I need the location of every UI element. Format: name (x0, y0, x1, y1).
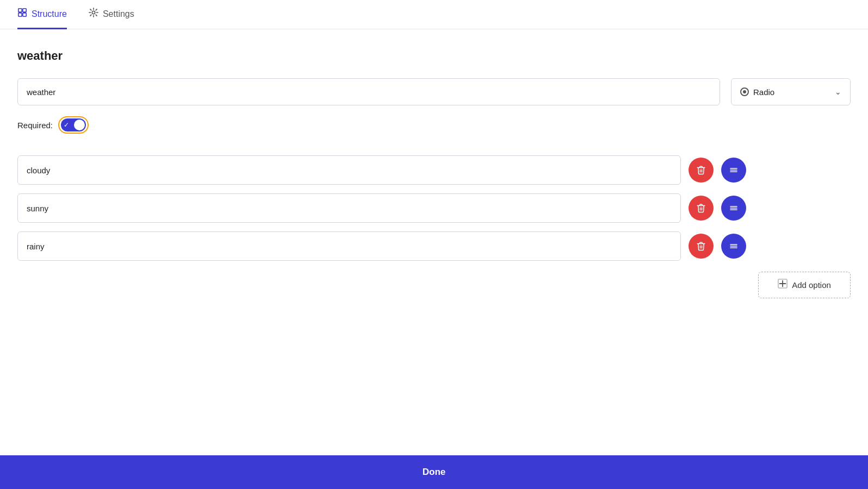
name-type-row: Radio ⌄ (17, 78, 851, 105)
svg-rect-1 (23, 9, 26, 12)
option-row (17, 155, 851, 185)
edit-option-sunny-button[interactable] (721, 196, 746, 221)
option-input-sunny[interactable] (17, 193, 681, 223)
option-row (17, 193, 851, 223)
svg-rect-2 (18, 13, 22, 16)
edit-option-rainy-button[interactable] (721, 234, 746, 259)
svg-rect-0 (18, 9, 22, 12)
plus-icon (778, 279, 788, 291)
required-toggle[interactable]: ✓ (61, 118, 86, 131)
tab-bar: Structure Settings (0, 0, 868, 29)
structure-icon (17, 8, 27, 20)
radio-select-icon (740, 87, 749, 96)
chevron-down-icon: ⌄ (835, 87, 841, 96)
svg-rect-15 (779, 283, 786, 284)
options-list (17, 155, 851, 261)
tab-settings[interactable]: Settings (89, 0, 134, 29)
tab-settings-label: Settings (103, 9, 134, 19)
delete-option-rainy-button[interactable] (689, 234, 714, 259)
add-option-area: Add option (17, 272, 851, 298)
delete-option-sunny-button[interactable] (689, 196, 714, 221)
toggle-knob (74, 120, 85, 130)
required-toggle-wrapper: ✓ (58, 116, 89, 134)
option-input-rainy[interactable] (17, 231, 681, 261)
page-title: weather (17, 49, 851, 63)
tab-structure-label: Structure (32, 9, 67, 19)
done-bar[interactable]: Done (0, 455, 868, 489)
settings-icon (89, 8, 98, 20)
done-button-label: Done (423, 467, 446, 478)
page-content: weather Radio ⌄ Required: ✓ (0, 29, 868, 298)
required-row: Required: ✓ (17, 116, 851, 134)
edit-option-cloudy-button[interactable] (721, 158, 746, 183)
option-row (17, 231, 851, 261)
add-option-button[interactable]: Add option (758, 272, 851, 298)
type-select[interactable]: Radio ⌄ (731, 78, 851, 105)
delete-option-cloudy-button[interactable] (689, 158, 714, 183)
svg-rect-3 (23, 13, 26, 16)
option-input-cloudy[interactable] (17, 155, 681, 185)
toggle-check-icon: ✓ (64, 121, 69, 129)
tab-structure[interactable]: Structure (17, 0, 67, 29)
add-option-label: Add option (792, 280, 831, 290)
required-label: Required: (17, 121, 53, 130)
type-select-label: Radio (753, 87, 774, 97)
svg-point-4 (92, 11, 95, 14)
field-name-input[interactable] (17, 78, 720, 105)
